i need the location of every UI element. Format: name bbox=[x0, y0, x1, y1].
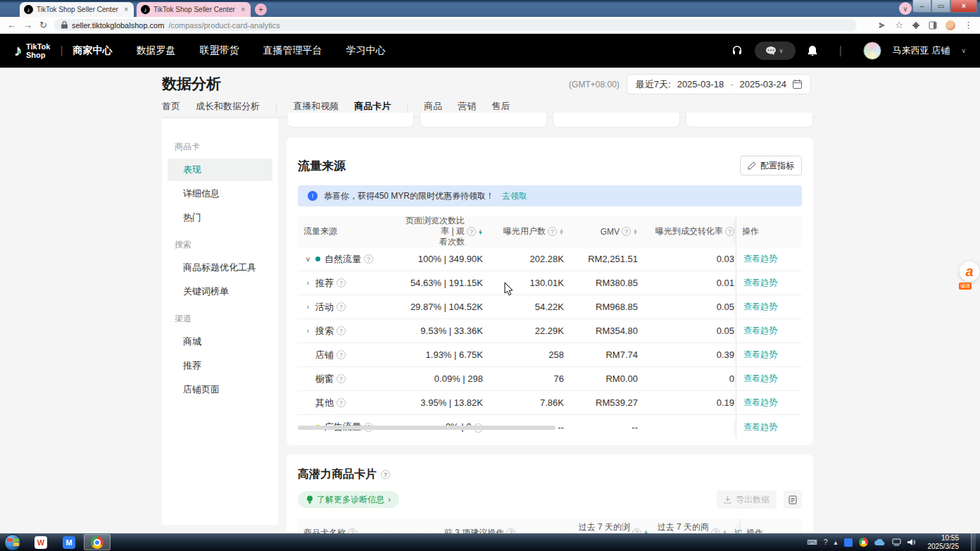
question-icon[interactable]: ? bbox=[337, 326, 346, 335]
question-icon[interactable]: ? bbox=[381, 470, 390, 479]
back-icon[interactable]: ← bbox=[7, 20, 16, 30]
alibaba-logo-icon[interactable]: a bbox=[959, 261, 980, 282]
app-nav-item[interactable]: 商家中心 bbox=[73, 44, 113, 57]
tab-close-icon[interactable]: × bbox=[122, 6, 130, 13]
sidebar-item[interactable]: 推荐 bbox=[168, 354, 272, 377]
browser-tab[interactable]: ♪TikTok Shop Seller Center | Cre× bbox=[137, 2, 251, 17]
sort-control[interactable]: ▲▼ bbox=[559, 229, 564, 235]
sidebar-item[interactable]: 详细信息 bbox=[168, 182, 272, 205]
app-nav-item[interactable]: 数据罗盘 bbox=[137, 44, 176, 57]
floating-badge[interactable]: a 诚信 bbox=[959, 261, 980, 290]
reload-icon[interactable]: ↻ bbox=[39, 20, 47, 30]
address-bar[interactable]: seller.tiktokglobalshop.com/compass/prod… bbox=[54, 19, 857, 31]
minimize-button[interactable]: – bbox=[912, 0, 931, 13]
headset-icon[interactable] bbox=[731, 44, 743, 57]
horizontal-scrollbar-thumb[interactable] bbox=[298, 426, 555, 430]
tab-close-icon[interactable]: × bbox=[239, 6, 246, 13]
sort-control[interactable]: ▲▼ bbox=[478, 229, 483, 235]
sort-down-icon[interactable]: ▼ bbox=[559, 232, 564, 235]
tiktok-shop-logo[interactable]: ♪ TikTok Shop bbox=[14, 42, 50, 60]
view-trend-link[interactable]: 查看趋势 bbox=[743, 421, 777, 433]
expander-icon[interactable]: › bbox=[303, 303, 313, 311]
tray-chrome-icon[interactable] bbox=[859, 538, 868, 547]
help-icon[interactable]: ? bbox=[824, 538, 828, 546]
close-button[interactable]: × bbox=[950, 0, 977, 13]
traffic-source-name: 活动 bbox=[315, 301, 334, 314]
date-range-picker[interactable]: 最近7天: 2025-03-18 - 2025-03-24 bbox=[627, 74, 811, 94]
question-icon[interactable]: ? bbox=[622, 227, 631, 236]
question-icon[interactable]: ? bbox=[364, 254, 373, 264]
sidebar-item[interactable]: 店铺页面 bbox=[168, 378, 272, 401]
browser-menu-icon[interactable]: ⋮ bbox=[964, 20, 973, 30]
expander-icon[interactable]: ∨ bbox=[303, 255, 313, 263]
analytics-tab[interactable]: 首页 bbox=[162, 100, 180, 117]
view-trend-link[interactable]: 查看趋势 bbox=[743, 397, 777, 409]
store-chevron-icon[interactable]: ∨ bbox=[961, 47, 966, 54]
diagnosis-tip-label: 了解更多诊断信息 bbox=[317, 494, 384, 506]
ime-keyboard-icon[interactable]: ⌨ bbox=[807, 538, 817, 546]
onedrive-cloud-icon[interactable] bbox=[874, 539, 886, 546]
question-icon[interactable]: ? bbox=[337, 278, 346, 287]
question-icon[interactable]: ? bbox=[337, 398, 346, 407]
forward-icon[interactable]: → bbox=[23, 20, 32, 30]
bookmark-star-icon[interactable]: ☆ bbox=[895, 20, 903, 30]
app-nav-item[interactable]: 直播管理平台 bbox=[263, 44, 322, 57]
question-icon[interactable]: ? bbox=[337, 374, 346, 383]
sidebar-item[interactable]: 热门 bbox=[168, 206, 272, 229]
app-nav-item[interactable]: 学习中心 bbox=[346, 44, 386, 57]
taskbar-wps-button[interactable]: W bbox=[27, 534, 54, 550]
view-trend-link[interactable]: 查看趋势 bbox=[743, 373, 777, 385]
question-icon[interactable]: ? bbox=[467, 227, 476, 236]
view-trend-link[interactable]: 查看趋势 bbox=[743, 277, 777, 289]
export-data-button[interactable]: 导出数据 bbox=[717, 490, 777, 509]
tab-search-button[interactable]: ∨ bbox=[899, 2, 912, 15]
expander-icon[interactable]: › bbox=[303, 279, 313, 287]
question-icon[interactable]: ? bbox=[337, 350, 346, 359]
taskbar-clock[interactable]: 10:55 2025/3/25 bbox=[922, 534, 965, 551]
diagnosis-tip-button[interactable]: 了解更多诊断信息 › bbox=[298, 491, 399, 508]
store-avatar[interactable] bbox=[863, 42, 881, 60]
sidebar-item[interactable]: 商品标题优化工具 bbox=[168, 256, 272, 279]
date-end[interactable]: 2025-03-24 bbox=[740, 79, 787, 89]
question-icon[interactable]: ? bbox=[548, 227, 557, 236]
sidebar-item[interactable]: 表现 bbox=[168, 159, 272, 181]
traffic-table-header: 流量来源 页面浏览次数比率 | 观看次数 ? ▲▼ 曝光用户数 ? ▲▼ GMV… bbox=[298, 216, 802, 247]
extensions-puzzle-icon[interactable] bbox=[912, 21, 920, 30]
store-name[interactable]: 马来西亚 店铺 bbox=[893, 44, 950, 57]
show-desktop-button[interactable] bbox=[971, 533, 976, 551]
report-list-button[interactable] bbox=[784, 490, 802, 509]
view-trend-link[interactable]: 查看趋势 bbox=[743, 325, 777, 337]
expander-icon[interactable]: › bbox=[303, 327, 313, 335]
analytics-tab[interactable]: 成长和数据分析 bbox=[196, 100, 260, 117]
restore-button[interactable]: ▭ bbox=[931, 0, 950, 13]
network-icon[interactable] bbox=[892, 538, 901, 546]
view-trend-link[interactable]: 查看趋势 bbox=[743, 253, 777, 265]
sort-control[interactable]: ▲▼ bbox=[633, 229, 638, 235]
tray-app-icon[interactable] bbox=[844, 538, 853, 547]
taskbar-chrome-button[interactable] bbox=[84, 534, 111, 550]
sort-down-icon[interactable]: ▼ bbox=[478, 232, 483, 235]
profile-avatar[interactable] bbox=[946, 20, 955, 30]
view-trend-link[interactable]: 查看趋势 bbox=[743, 349, 777, 361]
sidebar-item[interactable]: 关键词榜单 bbox=[168, 280, 272, 303]
sidebar-item[interactable]: 商城 bbox=[168, 330, 272, 353]
side-panel-icon[interactable] bbox=[929, 21, 937, 30]
configure-metrics-button[interactable]: 配置指标 bbox=[740, 156, 802, 175]
date-start[interactable]: 2025-03-18 bbox=[677, 79, 724, 89]
question-icon[interactable]: ? bbox=[337, 302, 346, 311]
question-icon[interactable]: ? bbox=[725, 227, 734, 236]
browser-tab[interactable]: ♪TikTok Shop Seller Center | Cre× bbox=[20, 2, 134, 17]
bell-icon[interactable] bbox=[807, 45, 818, 57]
claim-coupon-link[interactable]: 去领取 bbox=[502, 190, 527, 202]
sort-down-icon[interactable]: ▼ bbox=[633, 232, 638, 235]
app-nav-item[interactable]: 联盟带货 bbox=[200, 44, 239, 57]
taskbar-app-button[interactable]: M bbox=[56, 534, 82, 550]
message-center-button[interactable]: ∨ bbox=[755, 42, 796, 60]
tray-expand-icon[interactable]: ▴ bbox=[834, 538, 837, 546]
start-button[interactable] bbox=[4, 534, 21, 551]
new-tab-button[interactable]: + bbox=[255, 4, 267, 16]
speaker-icon[interactable] bbox=[907, 538, 916, 546]
share-icon[interactable] bbox=[878, 21, 886, 30]
view-trend-link[interactable]: 查看趋势 bbox=[743, 301, 777, 313]
actions-cell: 查看趋势 bbox=[736, 295, 802, 318]
